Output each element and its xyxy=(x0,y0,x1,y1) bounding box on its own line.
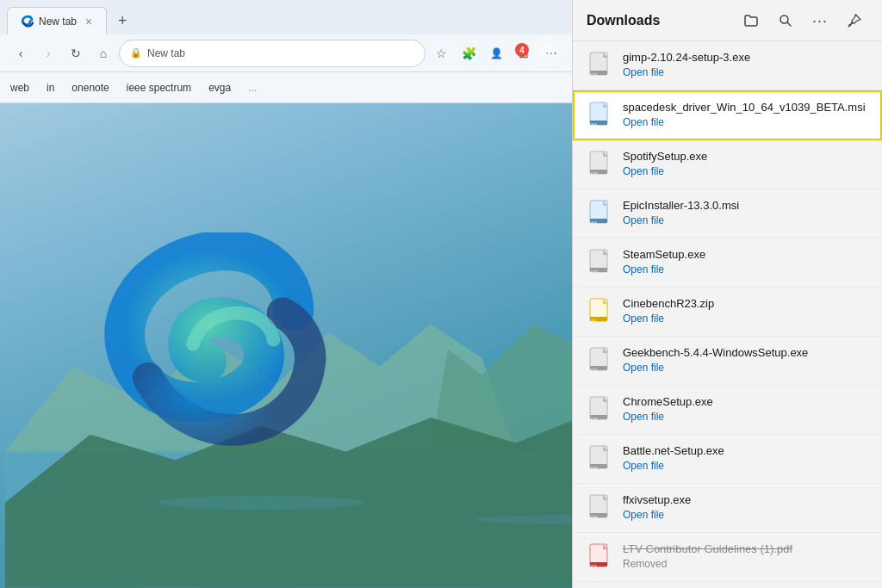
fav-in[interactable]: in xyxy=(47,82,54,94)
downloads-header: Downloads ··· xyxy=(573,0,882,41)
file-icon-container: EXE xyxy=(587,394,614,425)
file-icon-container: EXE xyxy=(587,149,614,180)
download-filename: Battle.net-Setup.exe xyxy=(623,443,868,459)
msi-icon: MSI xyxy=(588,200,612,227)
forward-btn[interactable]: › xyxy=(36,41,60,65)
new-tab-btn[interactable]: + xyxy=(110,9,134,33)
svg-text:EXE: EXE xyxy=(591,171,598,176)
file-icon-container: EXE xyxy=(587,492,614,523)
tab-close-btn[interactable]: × xyxy=(85,15,92,28)
address-text: New tab xyxy=(147,47,185,59)
download-item[interactable]: PDF LTV Contributor Guidelines.pdf Remov… xyxy=(573,582,882,588)
download-item[interactable]: EXE SteamSetup.exe Open file xyxy=(573,238,882,288)
download-info: EpicInstaller-13.3.0.msi Open file xyxy=(623,198,868,228)
fav-ieee[interactable]: ieee spectrum xyxy=(127,82,191,94)
download-info: Geekbench-5.4.4-WindowsSetup.exe Open fi… xyxy=(623,345,868,375)
download-item[interactable]: EXE Battle.net-Setup.exe Open file xyxy=(573,435,882,484)
file-icon-container: EXE xyxy=(587,345,614,376)
svg-point-4 xyxy=(158,496,363,510)
more-dots-icon: ··· xyxy=(812,13,828,28)
download-action[interactable]: Open file xyxy=(623,164,868,179)
exe-icon: EXE xyxy=(588,347,612,374)
address-bar[interactable]: 🔒 New tab xyxy=(119,40,425,67)
file-icon-container: PDF xyxy=(587,542,614,573)
download-info: gimp-2.10.24-setup-3.exe Open file xyxy=(623,50,868,80)
fav-more[interactable]: ... xyxy=(248,82,257,94)
folder-icon xyxy=(744,14,758,28)
file-icon-container: MSI xyxy=(587,198,614,229)
svg-text:MSI: MSI xyxy=(591,122,597,127)
active-tab[interactable]: New tab × xyxy=(7,7,107,34)
download-action[interactable]: Open file xyxy=(623,361,868,375)
refresh-btn[interactable]: ↻ xyxy=(64,41,88,65)
msi-icon: MSI xyxy=(588,102,612,129)
exe-icon: EXE xyxy=(588,396,612,424)
file-icon-container: EXE xyxy=(587,443,614,474)
tab-label: New tab xyxy=(39,15,77,28)
download-filename: LTV Contributor Guidelines (1).pdf xyxy=(623,542,868,557)
download-action[interactable]: Open file xyxy=(623,214,868,228)
browser-settings-icon[interactable]: ⚙ xyxy=(532,36,562,65)
svg-text:EXE: EXE xyxy=(591,72,598,77)
download-filename: ffxivsetup.exe xyxy=(623,492,868,508)
download-action[interactable]: Open file xyxy=(623,410,868,424)
notification-badge: 4 xyxy=(515,43,529,57)
zip-icon: ZIP xyxy=(588,298,612,325)
download-info: ffxivsetup.exe Open file xyxy=(623,492,868,523)
download-info: ChromeSetup.exe Open file xyxy=(623,394,868,424)
profile-btn[interactable]: 👤 xyxy=(484,41,508,65)
exe-icon: EXE xyxy=(588,249,612,276)
fav-onenote[interactable]: onenote xyxy=(71,82,109,94)
download-info: SteamSetup.exe Open file xyxy=(623,247,868,277)
pin-icon xyxy=(848,14,861,28)
svg-text:EXE: EXE xyxy=(591,417,598,421)
svg-text:ZIP: ZIP xyxy=(591,319,597,323)
file-icon-container: ZIP xyxy=(587,296,614,327)
download-filename: ChromeSetup.exe xyxy=(623,394,868,410)
download-filename: gimp-2.10.24-setup-3.exe xyxy=(623,50,868,65)
download-action[interactable]: Open file xyxy=(623,312,868,326)
download-item[interactable]: EXE SpotifySetup.exe Open file xyxy=(573,140,882,189)
download-item[interactable]: EXE ChromeSetup.exe Open file xyxy=(573,386,882,435)
download-item[interactable]: MSI EpicInstaller-13.3.0.msi Open file xyxy=(573,189,882,238)
svg-text:EXE: EXE xyxy=(591,368,598,372)
download-info: CinebenchR23.zip Open file xyxy=(623,296,868,326)
fav-evga[interactable]: evga xyxy=(208,82,231,94)
back-btn[interactable]: ‹ xyxy=(9,41,33,65)
file-icon-container: MSI xyxy=(587,100,614,131)
download-item[interactable]: ZIP CinebenchR23.zip Open file xyxy=(573,288,882,337)
svg-text:MSI: MSI xyxy=(591,220,597,225)
fav-web[interactable]: web xyxy=(10,82,29,94)
download-item[interactable]: EXE ffxivsetup.exe Open file xyxy=(573,484,882,533)
download-action[interactable]: Open file xyxy=(623,263,868,277)
more-options-btn[interactable]: ··· xyxy=(806,7,834,34)
download-info: LTV Contributor Guidelines (1).pdf Remov… xyxy=(623,542,868,572)
downloads-title: Downloads xyxy=(587,13,730,28)
collections-btn[interactable]: ☆ xyxy=(429,41,453,65)
exe-icon: EXE xyxy=(588,494,612,522)
pin-btn[interactable] xyxy=(841,7,868,34)
download-item[interactable]: PDF LTV Contributor Guidelines (1).pdf R… xyxy=(573,533,882,582)
tab-bar: New tab × + xyxy=(0,0,572,34)
download-filename: EpicInstaller-13.3.0.msi xyxy=(623,198,868,214)
download-filename: CinebenchR23.zip xyxy=(623,296,868,312)
downloads-panel: Downloads ··· xyxy=(572,0,882,588)
file-icon-container: EXE xyxy=(587,50,614,81)
home-btn[interactable]: ⌂ xyxy=(91,41,115,65)
download-action[interactable]: Open file xyxy=(623,65,868,80)
open-folder-btn[interactable] xyxy=(737,7,765,34)
extensions-btn[interactable]: 🧩 xyxy=(457,41,481,65)
search-downloads-btn[interactable] xyxy=(772,7,799,34)
download-item[interactable]: EXE gimp-2.10.24-setup-3.exe Open file xyxy=(573,41,882,90)
download-item-highlighted[interactable]: MSI spacedesk_driver_Win_10_64_v1039_BET… xyxy=(573,90,882,140)
download-action[interactable]: Open file xyxy=(623,508,868,523)
download-removed-status: Removed xyxy=(623,557,868,572)
search-icon xyxy=(779,14,792,28)
edge-logo xyxy=(103,232,327,456)
download-item[interactable]: EXE Geekbench-5.4.4-WindowsSetup.exe Ope… xyxy=(573,337,882,386)
browser-chrome: New tab × + ‹ › ↻ ⌂ 🔒 New tab ☆ 🧩 👤 ⊞ ⋯ … xyxy=(0,0,572,112)
downloads-list[interactable]: EXE gimp-2.10.24-setup-3.exe Open file M… xyxy=(573,41,882,588)
download-action[interactable]: Open file xyxy=(623,459,868,473)
download-action[interactable]: Open file xyxy=(623,115,868,130)
svg-text:EXE: EXE xyxy=(591,466,598,470)
